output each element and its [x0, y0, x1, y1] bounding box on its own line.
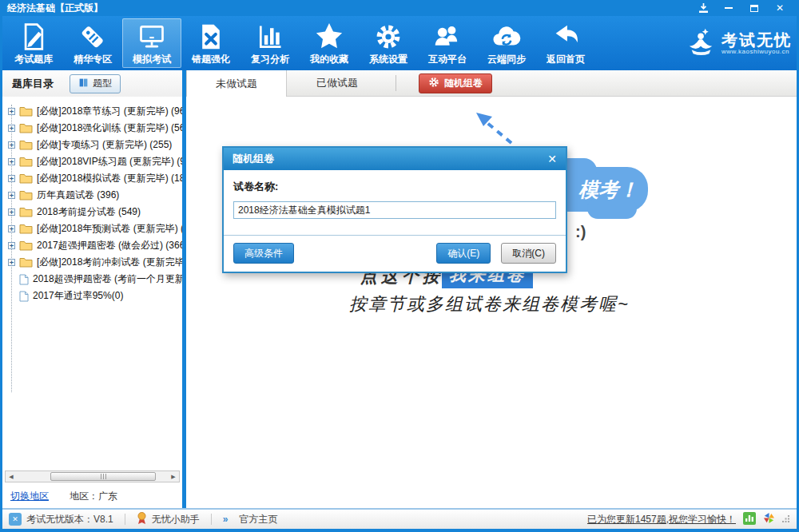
toolbar-item-settings[interactable]: 系统设置: [359, 18, 418, 68]
region-label: 地区：广东: [70, 490, 117, 503]
toolbar-item-back-home[interactable]: 返回首页: [536, 18, 595, 68]
tree-item[interactable]: + 2018考前提分试卷 (549): [2, 204, 182, 220]
folder-icon: [19, 123, 33, 133]
tree-item[interactable]: 2017年通过率95%(0): [2, 288, 182, 304]
tab-strip: 未做试题 已做试题 随机组卷: [186, 70, 797, 97]
statusbar-right: 已为您更新1457题,祝您学习愉快！: [587, 512, 790, 527]
tree-item[interactable]: + 2017超强押题密卷 (做会必过) (366): [2, 237, 182, 254]
statusbar-separator: [211, 514, 212, 525]
expand-icon[interactable]: +: [8, 208, 15, 216]
toolbar-item-cloud-sync[interactable]: 云端同步: [477, 18, 536, 68]
toolbar-label: 系统设置: [369, 53, 407, 66]
toolbar-label: 精华专区: [74, 53, 112, 66]
brand-name: 考试无忧: [721, 32, 792, 48]
tree-item[interactable]: + [必做]2018年预测试卷 (更新完毕) (: [2, 220, 182, 237]
folder-icon: [19, 240, 33, 251]
expand-icon[interactable]: +: [8, 125, 15, 132]
toolbar-label: 复习分析: [251, 53, 289, 66]
bar-chart-icon: [256, 21, 284, 53]
expand-icon[interactable]: +: [8, 158, 15, 165]
tab-separator: [396, 75, 396, 91]
question-bank-tree: + [必做]2018章节练习 (更新完毕) (96 + [必做]2018强化训练…: [2, 97, 182, 469]
toolbar-item-interactive-platform[interactable]: 互动平台: [418, 18, 477, 68]
toolbar-item-favorites[interactable]: 我的收藏: [300, 18, 359, 68]
dialog-title: 随机组卷: [233, 152, 274, 166]
tree-item[interactable]: + [必做]2018VIP练习题 (更新完毕) (9: [2, 153, 182, 170]
confirm-button[interactable]: 确认(E): [436, 243, 491, 264]
tree-item[interactable]: + 历年真题试卷 (396): [2, 187, 182, 204]
advanced-options-button[interactable]: 高级条件: [233, 243, 294, 264]
smiley-text: :): [575, 223, 586, 241]
version-label: 考试无忧版本：V8.1: [26, 513, 113, 526]
assistant-item[interactable]: 无忧小助手: [137, 512, 200, 527]
main-panel: 未做试题 已做试题 随机组卷 模考！ :) 点这个按钮: [186, 70, 797, 508]
tab-undone-questions[interactable]: 未做试题: [186, 70, 287, 97]
toolbar-label: 互动平台: [428, 53, 467, 66]
scroll-right-icon[interactable]: ▶: [168, 474, 179, 480]
scrollbar-thumb[interactable]: [50, 472, 156, 481]
toolbar-label: 模拟考试: [133, 53, 171, 66]
toolbar-item-review-analysis[interactable]: 复习分析: [240, 18, 300, 68]
random-paper-button[interactable]: 随机组卷: [419, 73, 492, 93]
dialog-body: 试卷名称: 高级条件 确认(E) 取消(C): [224, 170, 566, 272]
cancel-button[interactable]: 取消(C): [501, 243, 556, 264]
monitor-icon: [137, 21, 166, 53]
hint-text-line2: 按章节或多组试卷来组卷模考喔~: [349, 292, 630, 316]
dialog-title-bar: 随机组卷 ✕: [224, 148, 566, 170]
download-icon[interactable]: [698, 3, 709, 14]
tree-item[interactable]: + [必做]2018考前冲刺试卷 (更新完毕: [2, 254, 182, 271]
gear-icon: [428, 77, 439, 90]
paper-name-input[interactable]: [233, 201, 556, 219]
content-area: 模考！ :) 点这个按钮 我来组卷 按章节或多组试卷来组卷模考喔~ 随机组卷 ✕…: [186, 97, 797, 508]
toolbar-label: 我的收藏: [310, 53, 348, 66]
tree-item[interactable]: + [必做]2018章节练习 (更新完毕) (96: [2, 103, 182, 120]
close-icon[interactable]: ✕: [774, 3, 785, 14]
expand-icon[interactable]: +: [8, 175, 15, 182]
expand-icon[interactable]: +: [8, 242, 15, 249]
question-type-button[interactable]: 题型: [70, 74, 121, 93]
book-icon: [78, 77, 89, 90]
file-icon: [19, 274, 29, 285]
scroll-left-icon[interactable]: ◀: [6, 474, 17, 480]
expand-icon[interactable]: +: [8, 141, 15, 149]
sidebar-footer: 切换地区 地区：广东: [2, 484, 182, 508]
dialog-close-icon[interactable]: ✕: [547, 153, 557, 165]
people-icon: [433, 21, 462, 53]
app-icon: ✕: [9, 513, 22, 526]
sidebar-header: 题库目录 题型: [2, 70, 182, 97]
horizontal-scrollbar[interactable]: ◀ ▶: [5, 470, 180, 482]
window-title: 经济法基础【正式版】: [7, 2, 103, 15]
tree-item[interactable]: + [必做]2018模拟试卷 (更新完毕) (18: [2, 170, 182, 187]
minimize-icon[interactable]: [723, 3, 734, 14]
paper-name-label: 试卷名称:: [233, 180, 556, 194]
statusbar-separator: [125, 514, 125, 525]
tree-item[interactable]: 2018超强押题密卷 (考前一个月更新: [2, 271, 182, 288]
switch-region-link[interactable]: 切换地区: [10, 490, 49, 503]
tab-done-questions[interactable]: 已做试题: [287, 70, 388, 96]
toolbar-item-featured-zone[interactable]: 精华专区: [63, 18, 122, 68]
expand-icon[interactable]: +: [8, 192, 15, 199]
pinwheel-icon[interactable]: [763, 512, 775, 526]
maximize-icon[interactable]: [749, 3, 760, 14]
version-item: ✕ 考试无忧版本：V8.1: [9, 513, 113, 526]
update-notice[interactable]: 已为您更新1457题,祝您学习愉快！: [587, 513, 736, 526]
brand-logo: 考试无忧 www.kaoshiwuyou.cn: [685, 26, 792, 60]
tree-item[interactable]: + [必做]2018强化训练 (更新完毕) (56: [2, 120, 182, 137]
stats-chart-icon[interactable]: [743, 512, 756, 527]
brand-mark-icon: [685, 26, 718, 60]
folder-icon: [19, 157, 33, 167]
toolbar-label: 错题强化: [192, 53, 230, 66]
exam-bank-icon: [19, 21, 48, 53]
home-item[interactable]: » 官方主页: [223, 513, 278, 526]
expand-icon[interactable]: +: [8, 108, 15, 115]
toolbar-item-exam-bank[interactable]: 考试题库: [4, 18, 63, 68]
folder-icon: [19, 173, 33, 184]
folder-icon: [19, 257, 33, 268]
resize-grip[interactable]: [782, 514, 790, 525]
expand-icon[interactable]: +: [8, 259, 15, 266]
toolbar-item-wrong-questions[interactable]: 错题强化: [181, 18, 240, 68]
toolbar-item-mock-exam[interactable]: 模拟考试: [122, 18, 181, 68]
expand-icon[interactable]: +: [8, 225, 15, 232]
folder-icon: [19, 140, 33, 150]
tree-item[interactable]: + [必做]专项练习 (更新完毕) (255): [2, 137, 182, 153]
